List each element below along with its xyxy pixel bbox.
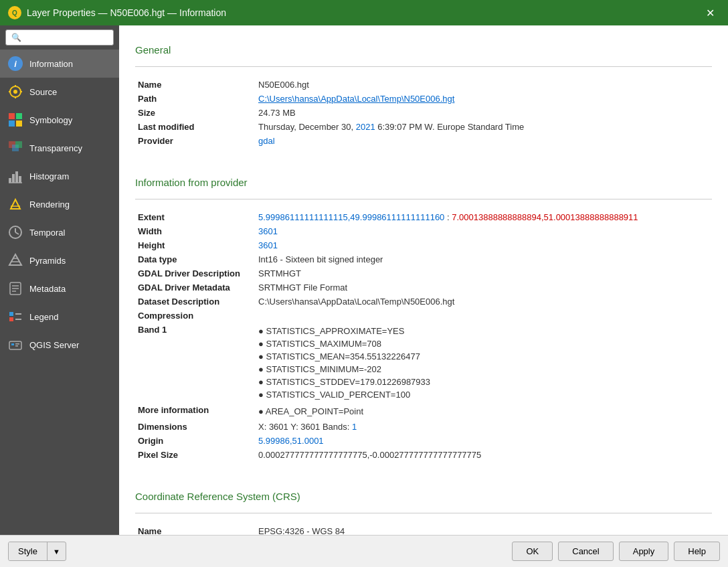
general-divider xyxy=(135,66,712,67)
extent-red: 7.00013888888888894,51.00013888888888911 xyxy=(452,212,638,222)
svg-rect-35 xyxy=(15,343,19,345)
sidebar-item-pyramids[interactable]: Pyramids xyxy=(0,246,119,274)
table-row: Provider gdal xyxy=(135,134,712,148)
height-value: 3601 xyxy=(256,238,712,252)
width-value: 3601 xyxy=(256,224,712,238)
list-item: STATISTICS_MINIMUM=-202 xyxy=(258,363,709,376)
origin-blue: 5.99986,51.0001 xyxy=(258,436,324,446)
path-link[interactable]: C:\Users\hansa\AppData\Local\Temp\N50E00… xyxy=(258,94,454,104)
gdal-metadata-value: SRTMHGT File Format xyxy=(256,280,712,295)
path-label: Path xyxy=(135,92,256,106)
list-item: STATISTICS_STDDEV=179.01226987933 xyxy=(258,376,709,388)
general-table: Name N50E006.hgt Path C:\Users\hansa\App… xyxy=(135,78,712,148)
sidebar-item-label: Source xyxy=(29,87,57,97)
style-main-button[interactable]: Style xyxy=(9,542,48,560)
last-modified-label: Last modified xyxy=(135,120,256,134)
compression-value xyxy=(256,309,712,323)
sidebar-item-information[interactable]: i Information xyxy=(0,50,119,78)
svg-rect-14 xyxy=(12,174,15,183)
close-button[interactable]: ✕ xyxy=(701,4,720,22)
sidebar-item-source[interactable]: Source xyxy=(0,78,119,106)
rendering-icon xyxy=(8,197,23,212)
pixel-size-value: 0.000277777777777777775,-0.0002777777777… xyxy=(256,448,712,462)
sidebar-item-qgis-server[interactable]: QGIS Server xyxy=(0,331,119,359)
sidebar-item-label: Symbology xyxy=(29,115,72,125)
style-arrow-button[interactable]: ▼ xyxy=(48,544,66,560)
sidebar-item-transparency[interactable]: Transparency xyxy=(0,134,119,162)
svg-rect-15 xyxy=(15,171,18,183)
sidebar-item-label: Transparency xyxy=(29,143,82,153)
titlebar-left: Q Layer Properties — N50E006.hgt — Infor… xyxy=(8,6,226,19)
ok-button[interactable]: OK xyxy=(512,542,553,561)
band1-value: STATISTICS_APPROXIMATE=YES STATISTICS_MA… xyxy=(256,323,712,403)
more-info-label: More information xyxy=(135,403,256,420)
band1-list: STATISTICS_APPROXIMATE=YES STATISTICS_MA… xyxy=(258,325,709,401)
svg-marker-22 xyxy=(9,254,21,265)
svg-rect-12 xyxy=(15,141,22,148)
size-value: 24.73 MB xyxy=(256,106,712,120)
sidebar-item-symbology[interactable]: Symbology xyxy=(0,106,119,134)
list-item: STATISTICS_APPROXIMATE=YES xyxy=(258,325,709,337)
compression-label: Compression xyxy=(135,309,256,323)
sidebar-item-metadata[interactable]: Metadata xyxy=(0,274,119,303)
list-item: STATISTICS_VALID_PERCENT=100 xyxy=(258,388,709,401)
search-input[interactable] xyxy=(24,33,108,42)
table-row: Size 24.73 MB xyxy=(135,106,712,120)
sidebar-item-label: Pyramids xyxy=(29,256,66,266)
list-item: STATISTICS_MEAN=354.55132226477 xyxy=(258,350,709,363)
sidebar-item-label: Information xyxy=(29,59,73,69)
height-blue: 3601 xyxy=(258,240,278,250)
action-buttons: OK Cancel Apply Help xyxy=(512,542,720,561)
search-box[interactable]: 🔍 xyxy=(5,29,114,46)
table-row: Path C:\Users\hansa\AppData\Local\Temp\N… xyxy=(135,92,712,106)
source-icon xyxy=(8,84,23,99)
crs-name-label: Name xyxy=(135,524,256,535)
name-value: N50E006.hgt xyxy=(256,78,712,92)
qgis-logo-icon: Q xyxy=(8,6,21,19)
sidebar-item-rendering[interactable]: Rendering xyxy=(0,190,119,218)
svg-point-1 xyxy=(13,90,17,94)
sidebar-item-label: QGIS Server xyxy=(29,340,79,350)
crs-header: Coordinate Reference System (CRS) xyxy=(135,491,712,502)
crs-table: Name EPSG:4326 - WGS 84 xyxy=(135,524,712,535)
pyramids-icon xyxy=(8,253,23,268)
sidebar-item-legend[interactable]: Legend xyxy=(0,303,119,331)
provider-label: Provider xyxy=(135,134,256,148)
information-icon: i xyxy=(8,56,23,71)
bottom-bar: Style ▼ OK Cancel Apply Help xyxy=(0,535,728,567)
transparency-icon xyxy=(8,141,23,155)
path-value: C:\Users\hansa\AppData\Local\Temp\N50E00… xyxy=(256,92,712,106)
help-button[interactable]: Help xyxy=(674,542,720,561)
sidebar-item-histogram[interactable]: Histogram xyxy=(0,162,119,190)
list-item: STATISTICS_MAXIMUM=708 xyxy=(258,337,709,350)
dimensions-label: Dimensions xyxy=(135,420,256,434)
histogram-icon xyxy=(8,169,23,183)
svg-rect-8 xyxy=(9,120,15,127)
sidebar-item-label: Legend xyxy=(29,312,58,322)
table-row: Compression xyxy=(135,309,712,323)
legend-icon xyxy=(8,309,23,324)
table-row: Origin 5.99986,51.0001 xyxy=(135,434,712,448)
titlebar: Q Layer Properties — N50E006.hgt — Infor… xyxy=(0,0,728,25)
more-info-list: AREA_OR_POINT=Point xyxy=(258,405,709,418)
svg-rect-29 xyxy=(9,312,13,316)
provider-link: gdal xyxy=(258,136,275,146)
provider-value: gdal xyxy=(256,134,712,148)
table-row: Name N50E006.hgt xyxy=(135,78,712,92)
sidebar-item-label: Rendering xyxy=(29,199,70,210)
table-row: More information AREA_OR_POINT=Point xyxy=(135,403,712,420)
size-label: Size xyxy=(135,106,256,120)
table-row: Width 3601 xyxy=(135,224,712,238)
origin-label: Origin xyxy=(135,434,256,448)
table-row: Band 1 STATISTICS_APPROXIMATE=YES STATIS… xyxy=(135,323,712,403)
qgis-server-icon xyxy=(8,337,23,352)
more-info-value: AREA_OR_POINT=Point xyxy=(256,403,712,420)
sidebar-item-temporal[interactable]: Temporal xyxy=(0,218,119,246)
apply-button[interactable]: Apply xyxy=(619,542,669,561)
sidebar-item-label: Temporal xyxy=(29,228,65,238)
table-row: Extent 5.99986111111111115,49.9998611111… xyxy=(135,210,712,224)
cancel-button[interactable]: Cancel xyxy=(558,542,613,561)
gdal-driver-value: SRTMHGT xyxy=(256,266,712,280)
extent-label: Extent xyxy=(135,210,256,224)
symbology-icon xyxy=(8,112,23,127)
